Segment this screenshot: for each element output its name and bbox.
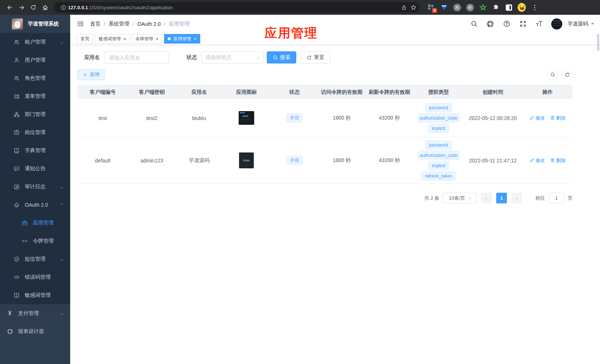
sidebar-item-audit[interactable]: 审计日志 — [0, 178, 70, 196]
sidebar-item-label: 应用管理 — [33, 220, 54, 226]
bookmark-star-icon[interactable] — [409, 3, 418, 12]
breadcrumb-oauth[interactable]: OAuth 2.0 — [137, 21, 161, 27]
close-icon[interactable] — [194, 36, 197, 42]
sidebar-collapse-icon[interactable] — [76, 20, 84, 28]
extension-badge: 9 — [432, 8, 437, 13]
close-icon[interactable] — [123, 36, 126, 42]
font-size-icon[interactable] — [535, 20, 543, 28]
page-scrollbar-thumb[interactable] — [597, 34, 599, 51]
sidebar-item-sms[interactable]: 短信管理 — [0, 250, 70, 268]
sidebar-item-dict[interactable]: 字典管理 — [0, 141, 70, 159]
briefcase-icon — [21, 220, 28, 226]
sidebar-item-tenant[interactable]: 租户管理 — [0, 33, 70, 51]
extension-gem-icon[interactable] — [440, 3, 448, 11]
user-icon — [13, 57, 20, 63]
help-icon[interactable] — [502, 20, 511, 28]
user-menu[interactable]: 芋道源码 — [567, 21, 594, 27]
app-name-label: 应用名 — [84, 54, 100, 61]
sidebar-item-user[interactable]: 用户管理 — [0, 51, 70, 69]
reset-button[interactable]: 重置 — [301, 51, 330, 63]
sidebar-item-pay[interactable]: ¥ 支付管理 — [0, 304, 70, 322]
sidebar-item-oauth-application[interactable]: 应用管理 — [0, 214, 70, 232]
users-icon — [13, 39, 20, 45]
sidebar-item-label: 用户管理 — [25, 57, 45, 63]
sidebar-item-post[interactable]: 岗位管理 — [0, 123, 70, 141]
page-content: 应用名 状态 请选择状态 搜索 重置 — [70, 45, 600, 364]
search-icon[interactable] — [470, 20, 478, 28]
github-icon[interactable] — [486, 20, 494, 28]
extension-record-icon[interactable] — [466, 3, 474, 11]
tree-list-icon — [13, 93, 20, 99]
col-name: 应用名 — [176, 85, 222, 99]
toolbar: 新增 — [78, 69, 573, 80]
tab-home[interactable]: 首页 — [77, 34, 93, 44]
sidebar-item-role[interactable]: 角色管理 — [0, 69, 70, 87]
table-header-row: 客户端编号 客户端密钥 应用名 应用图标 状态 访问令牌的有效期 刷新令牌的有效… — [78, 85, 573, 99]
message-bubble-icon — [13, 165, 20, 172]
sidebar-item-sensitiveword[interactable]: 敏感词管理 — [0, 286, 70, 304]
grant-tag: authorization_code — [418, 113, 460, 123]
robot-icon — [13, 202, 20, 208]
cell-secret: admin123 — [128, 137, 176, 183]
sidebar-item-errorcode[interactable]: 错误码管理 — [0, 268, 70, 286]
sidebar-item-report[interactable]: 报表设计器 — [0, 322, 70, 340]
app-name-input[interactable] — [104, 51, 169, 63]
sidebar-item-oauth-token[interactable]: 令牌管理 — [0, 232, 70, 250]
breadcrumb-home[interactable]: 首页 — [90, 21, 100, 27]
browser-menu-icon[interactable] — [531, 3, 539, 11]
sidebar-item-dept[interactable]: 部门管理 — [0, 105, 70, 123]
close-icon[interactable] — [156, 36, 159, 42]
app-logo[interactable]: 芋道管理系统 — [0, 15, 70, 33]
cell-refresh-validity: 43200 秒 — [365, 99, 414, 137]
tab-application[interactable]: 应用管理 — [164, 34, 200, 44]
reload-icon[interactable] — [28, 2, 38, 13]
delete-link[interactable]: 删除 — [550, 157, 566, 164]
page-number-1[interactable]: 1 — [496, 193, 507, 203]
search-button[interactable]: 搜索 — [267, 51, 296, 63]
delete-link[interactable]: 删除 — [550, 115, 566, 121]
share-icon[interactable] — [399, 3, 409, 12]
status-select[interactable]: 请选择状态 — [201, 51, 263, 63]
prev-page-button[interactable] — [481, 193, 492, 203]
address-bar[interactable]: 127.0.0.1:1024/system/oauth2/oauth2/appl… — [54, 2, 420, 13]
site-info-icon[interactable] — [58, 3, 68, 12]
next-page-button[interactable] — [511, 193, 522, 203]
breadcrumb-system[interactable]: 系统管理 — [109, 21, 129, 27]
profile-emoji-avatar[interactable] — [518, 3, 526, 11]
fullscreen-icon[interactable] — [519, 20, 527, 28]
refresh-button[interactable] — [562, 69, 573, 80]
sidebar-item-label: 部门管理 — [25, 111, 45, 118]
home-icon[interactable] — [40, 2, 50, 13]
grant-type-tags: password authorization_code implicit ref… — [414, 140, 463, 181]
toggle-search-button[interactable] — [547, 69, 558, 80]
tab-token[interactable]: 令牌管理 — [132, 34, 163, 44]
grant-type-tags: password authorization_code implicit — [414, 103, 463, 133]
extensions-puzzle-icon[interactable] — [492, 3, 500, 11]
yen-icon: ¥ — [7, 310, 13, 316]
sidebar-item-oauth[interactable]: OAuth 2.0 — [0, 196, 70, 214]
col-created: 创建时间 — [463, 85, 522, 99]
back-icon[interactable] — [4, 2, 15, 13]
goto-page-input[interactable] — [549, 193, 564, 203]
user-avatar[interactable] — [551, 18, 562, 30]
extension-blocks-icon[interactable]: 9 — [427, 3, 435, 11]
code-icon — [13, 274, 20, 280]
cell-refresh-validity: 43200 秒 — [365, 137, 414, 183]
extension-star-icon[interactable] — [479, 3, 487, 11]
grant-tag: implicit — [428, 124, 449, 133]
split-view-icon[interactable] — [505, 3, 513, 11]
add-button[interactable]: 新增 — [78, 69, 105, 80]
grant-tag: authorization_code — [418, 151, 460, 160]
col-actions: 操作 — [522, 85, 573, 99]
status-label: 状态 — [187, 54, 197, 61]
extension-command-icon[interactable]: ⌘ — [453, 3, 461, 11]
forward-icon[interactable] — [16, 2, 27, 13]
edit-link[interactable]: 修改 — [529, 157, 545, 164]
chevron-down-icon — [591, 23, 594, 25]
sidebar-item-notice[interactable]: 通知公告 — [0, 159, 70, 178]
edit-link[interactable]: 修改 — [529, 115, 545, 121]
sidebar-item-menu[interactable]: 菜单管理 — [0, 87, 70, 105]
page-size-select[interactable]: 10条/页 — [443, 193, 477, 203]
total-count: 共 2 条 — [425, 195, 439, 202]
tab-sensitive-word[interactable]: 敏感词管理 — [95, 34, 130, 44]
